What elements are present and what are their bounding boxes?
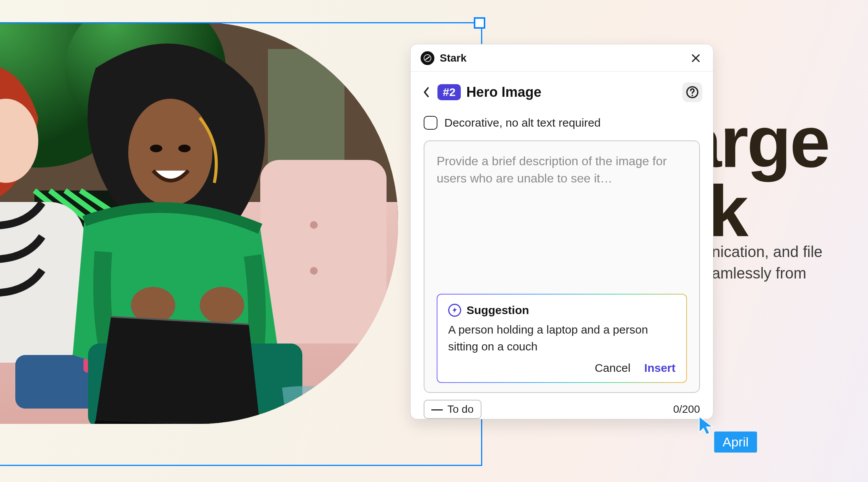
insert-button[interactable]: Insert	[644, 362, 675, 375]
status-dropdown[interactable]: — To do	[424, 400, 481, 419]
layer-name: Hero Image	[466, 84, 541, 100]
issue-number-badge: #2	[437, 84, 461, 100]
collaborator-cursor-icon	[698, 415, 714, 435]
svg-point-22	[692, 95, 693, 96]
stark-logo-icon	[421, 51, 434, 65]
panel-header: Stark	[411, 44, 713, 72]
suggestion-card: Suggestion A person holding a laptop and…	[437, 294, 687, 383]
status-label: To do	[447, 403, 474, 415]
background-paragraph: nication, and file amlessly from	[712, 241, 822, 284]
panel-breadcrumb-row: #2 Hero Image	[411, 72, 713, 106]
selection-frame	[0, 22, 482, 466]
selection-handle[interactable]	[474, 17, 485, 29]
suggestion-title: Suggestion	[467, 304, 529, 317]
alt-text-input[interactable]: Provide a brief description of the image…	[424, 140, 700, 393]
suggestion-text: A person holding a laptop and a person s…	[448, 321, 675, 355]
decorative-checkbox-label: Decorative, no alt text required	[444, 116, 601, 129]
suggestion-bolt-icon	[448, 304, 461, 317]
collaborator-name-tag: April	[714, 432, 757, 453]
close-button[interactable]	[689, 52, 702, 65]
stark-plugin-panel: Stark #2 Hero Image Decorative, no alt t…	[410, 44, 713, 419]
help-button[interactable]	[682, 82, 702, 102]
decorative-checkbox[interactable]	[424, 116, 437, 130]
alt-text-placeholder: Provide a brief description of the image…	[437, 153, 687, 187]
cancel-button[interactable]: Cancel	[595, 362, 630, 375]
character-counter: 0/200	[673, 403, 700, 415]
panel-title: Stark	[440, 52, 467, 64]
decorative-checkbox-row: Decorative, no alt text required	[424, 116, 700, 130]
back-button[interactable]	[421, 85, 432, 100]
panel-footer: — To do 0/200	[411, 393, 713, 419]
minus-icon: —	[431, 403, 443, 416]
